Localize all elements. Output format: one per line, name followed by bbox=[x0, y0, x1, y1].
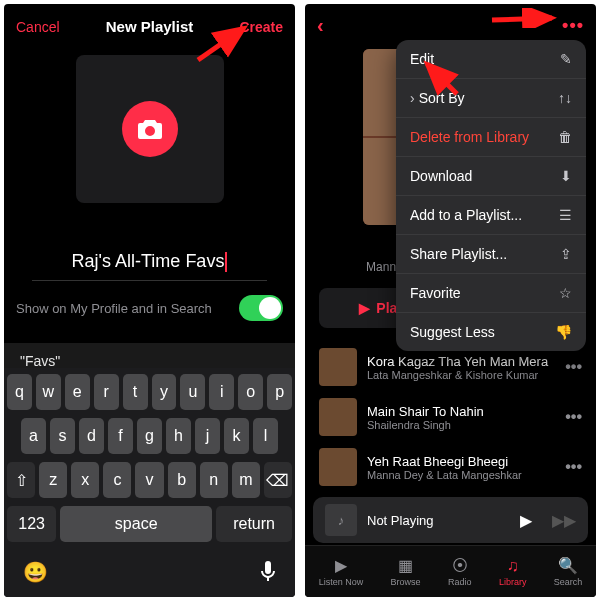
key-r[interactable]: r bbox=[94, 374, 119, 410]
playlist-top-bar: ‹ ••• bbox=[305, 4, 596, 43]
key-b[interactable]: b bbox=[168, 462, 196, 498]
key-l[interactable]: l bbox=[253, 418, 278, 454]
track-thumb bbox=[319, 448, 357, 486]
key-s[interactable]: s bbox=[50, 418, 75, 454]
list-icon: ☰ bbox=[559, 207, 572, 223]
tab-icon: ⦿ bbox=[452, 557, 468, 575]
key-w[interactable]: w bbox=[36, 374, 61, 410]
track-artist: Lata Mangeshkar & Kishore Kumar bbox=[367, 369, 555, 381]
star-icon: ☆ bbox=[559, 285, 572, 301]
create-button[interactable]: Create bbox=[239, 19, 283, 35]
keyboard: qwertyuiop asdfghjkl ⇧ zxcvbnm⌫ 123 spac… bbox=[4, 368, 295, 597]
now-playing-bar[interactable]: ♪ Not Playing ▶ ▶▶ bbox=[313, 497, 588, 543]
key-k[interactable]: k bbox=[224, 418, 249, 454]
tab-icon: 🔍 bbox=[558, 556, 578, 575]
key-e[interactable]: e bbox=[65, 374, 90, 410]
chevron-right-icon: › bbox=[410, 90, 415, 106]
menu-item-share-playlist[interactable]: Share Playlist...⇪ bbox=[396, 235, 586, 274]
tab-library[interactable]: ♫Library bbox=[499, 557, 527, 587]
key-x[interactable]: x bbox=[71, 462, 99, 498]
menu-item-favorite[interactable]: Favorite☆ bbox=[396, 274, 586, 313]
key-c[interactable]: c bbox=[103, 462, 131, 498]
tab-radio[interactable]: ⦿Radio bbox=[448, 557, 472, 587]
key-v[interactable]: v bbox=[135, 462, 163, 498]
dictation-key[interactable] bbox=[260, 560, 276, 587]
key-h[interactable]: h bbox=[166, 418, 191, 454]
key-p[interactable]: p bbox=[267, 374, 292, 410]
show-on-profile-label: Show on My Profile and in Search bbox=[16, 301, 212, 316]
key-i[interactable]: i bbox=[209, 374, 234, 410]
key-d[interactable]: d bbox=[79, 418, 104, 454]
track-more-icon[interactable]: ••• bbox=[565, 408, 582, 426]
menu-item-suggest-less[interactable]: Suggest Less👎 bbox=[396, 313, 586, 351]
key-o[interactable]: o bbox=[238, 374, 263, 410]
download-icon: ⬇ bbox=[560, 168, 572, 184]
backspace-key[interactable]: ⌫ bbox=[264, 462, 292, 498]
track-row[interactable]: Main Shair To NahinShailendra Singh••• bbox=[305, 392, 596, 442]
playlist-photo-picker[interactable] bbox=[76, 55, 224, 203]
key-j[interactable]: j bbox=[195, 418, 220, 454]
menu-item-label: Share Playlist... bbox=[410, 246, 507, 262]
more-menu: Edit✎›Sort By↑↓Delete from Library🗑Downl… bbox=[396, 40, 586, 351]
track-more-icon[interactable]: ••• bbox=[565, 358, 582, 376]
cancel-button[interactable]: Cancel bbox=[16, 19, 60, 35]
playlist-name-field[interactable]: Raj's All-Time Favs bbox=[32, 251, 267, 281]
menu-item-edit[interactable]: Edit✎ bbox=[396, 40, 586, 79]
track-row[interactable]: Yeh Raat Bheegi BheegiManna Dey & Lata M… bbox=[305, 442, 596, 492]
tab-icon: ♫ bbox=[507, 557, 519, 575]
thumbsdown-icon: 👎 bbox=[555, 324, 572, 340]
menu-item-delete-from-library[interactable]: Delete from Library🗑 bbox=[396, 118, 586, 157]
emoji-key[interactable]: 😀 bbox=[23, 560, 48, 587]
menu-item-label: Sort By bbox=[419, 90, 465, 106]
menu-item-sort-by[interactable]: ›Sort By↑↓ bbox=[396, 79, 586, 118]
tab-label: Radio bbox=[448, 577, 472, 587]
tab-label: Browse bbox=[391, 577, 421, 587]
key-q[interactable]: q bbox=[7, 374, 32, 410]
sort-icon: ↑↓ bbox=[558, 90, 572, 106]
playlist-name-text: Raj's All-Time Favs bbox=[72, 251, 225, 272]
key-y[interactable]: y bbox=[152, 374, 177, 410]
tab-search[interactable]: 🔍Search bbox=[554, 556, 583, 587]
track-title: Kora Kagaz Tha Yeh Man Mera bbox=[367, 354, 555, 369]
key-u[interactable]: u bbox=[180, 374, 205, 410]
header-title: New Playlist bbox=[106, 18, 194, 35]
track-more-icon[interactable]: ••• bbox=[565, 458, 582, 476]
pencil-icon: ✎ bbox=[560, 51, 572, 67]
suggestion-text[interactable]: "Favs" bbox=[20, 353, 60, 369]
key-t[interactable]: t bbox=[123, 374, 148, 410]
trash-icon: 🗑 bbox=[558, 129, 572, 145]
show-on-profile-row: Show on My Profile and in Search bbox=[4, 281, 295, 321]
menu-item-label: Delete from Library bbox=[410, 129, 529, 145]
tab-bar: ▶Listen Now▦Browse⦿Radio♫Library🔍Search bbox=[305, 545, 596, 597]
tab-label: Listen Now bbox=[319, 577, 364, 587]
now-playing-play-icon[interactable]: ▶ bbox=[520, 511, 532, 530]
numbers-key[interactable]: 123 bbox=[7, 506, 56, 542]
tab-icon: ▶ bbox=[335, 556, 347, 575]
play-icon: ▶ bbox=[359, 300, 370, 316]
menu-item-label: Favorite bbox=[410, 285, 461, 301]
key-a[interactable]: a bbox=[21, 418, 46, 454]
return-key[interactable]: return bbox=[216, 506, 292, 542]
tab-browse[interactable]: ▦Browse bbox=[391, 556, 421, 587]
text-cursor bbox=[225, 252, 227, 272]
tab-listen-now[interactable]: ▶Listen Now bbox=[319, 556, 364, 587]
show-on-profile-toggle[interactable] bbox=[239, 295, 283, 321]
key-g[interactable]: g bbox=[137, 418, 162, 454]
space-key[interactable]: space bbox=[60, 506, 212, 542]
track-artist: Shailendra Singh bbox=[367, 419, 555, 431]
menu-item-download[interactable]: Download⬇ bbox=[396, 157, 586, 196]
key-n[interactable]: n bbox=[200, 462, 228, 498]
camera-icon bbox=[122, 101, 178, 157]
now-playing-next-icon[interactable]: ▶▶ bbox=[552, 511, 576, 530]
more-button[interactable]: ••• bbox=[562, 15, 584, 36]
menu-item-label: Suggest Less bbox=[410, 324, 495, 340]
share-icon: ⇪ bbox=[560, 246, 572, 262]
back-button[interactable]: ‹ bbox=[317, 14, 324, 37]
key-m[interactable]: m bbox=[232, 462, 260, 498]
key-z[interactable]: z bbox=[39, 462, 67, 498]
menu-item-label: Edit bbox=[410, 51, 434, 67]
shift-key[interactable]: ⇧ bbox=[7, 462, 35, 498]
track-thumb bbox=[319, 348, 357, 386]
menu-item-add-to-a-playlist[interactable]: Add to a Playlist...☰ bbox=[396, 196, 586, 235]
key-f[interactable]: f bbox=[108, 418, 133, 454]
